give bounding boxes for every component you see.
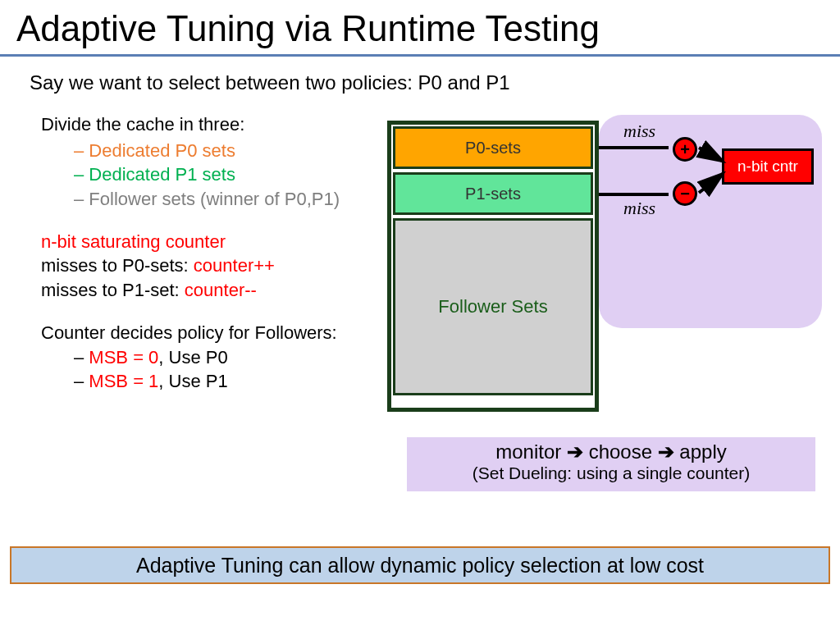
intro-text: Say we want to select between two polici…	[0, 57, 840, 103]
arrow-right-icon: ➔	[658, 441, 674, 463]
miss-label-bottom: miss	[623, 198, 655, 219]
choose-word: choose	[589, 441, 652, 463]
counter-panel	[599, 115, 822, 328]
decide-heading: Counter decides policy for Followers:	[41, 321, 394, 345]
monitor-line: monitor ➔ choose ➔ apply	[407, 441, 815, 463]
miss-p1-line: misses to P1-set: counter--	[41, 278, 394, 303]
miss-p0-text: misses to P0-sets:	[41, 255, 194, 276]
p0-sets-layer: P0-sets	[393, 126, 593, 169]
monitor-word: monitor	[495, 441, 561, 463]
slide-title: Adaptive Tuning via Runtime Testing	[0, 0, 840, 57]
minus-icon: −	[673, 181, 697, 206]
bottom-banner: Adaptive Tuning can allow dynamic policy…	[10, 546, 830, 584]
msb0-action: , Use P0	[158, 347, 227, 368]
counter-dec: counter--	[185, 280, 257, 300]
divide-heading: Divide the cache in three:	[41, 112, 394, 137]
bullet-p0: Dedicated P0 sets	[41, 139, 394, 163]
msb0-cond: MSB = 0	[89, 347, 158, 368]
counter-inc: counter++	[194, 255, 275, 276]
counter-heading: n-bit saturating counter	[41, 230, 394, 254]
left-column: Divide the cache in three: Dedicated P0 …	[41, 112, 394, 394]
p1-sets-layer: P1-sets	[393, 172, 593, 215]
nbit-counter-box: n-bit cntr	[722, 148, 814, 185]
miss-label-top: miss	[623, 121, 655, 142]
bullet-p1: Dedicated P1 sets	[41, 162, 394, 187]
monitor-choose-apply-box: monitor ➔ choose ➔ apply (Set Dueling: u…	[407, 437, 815, 491]
set-dueling-subtext: (Set Dueling: using a single counter)	[407, 463, 815, 483]
miss-p1-text: misses to P1-set:	[41, 280, 185, 300]
cache-diagram: P0-sets P1-sets Follower Sets	[387, 121, 599, 412]
msb1-line: MSB = 1, Use P1	[41, 369, 394, 394]
plus-icon: +	[673, 137, 697, 162]
msb1-action: , Use P1	[158, 371, 227, 391]
msb0-line: MSB = 0, Use P0	[41, 345, 394, 370]
miss-p0-line: misses to P0-sets: counter++	[41, 253, 394, 278]
apply-word: apply	[679, 441, 726, 463]
bullet-follower: Follower sets (winner of P0,P1)	[41, 187, 394, 212]
msb1-cond: MSB = 1	[89, 371, 158, 391]
follower-sets-layer: Follower Sets	[393, 218, 593, 395]
arrow-right-icon: ➔	[567, 441, 583, 463]
